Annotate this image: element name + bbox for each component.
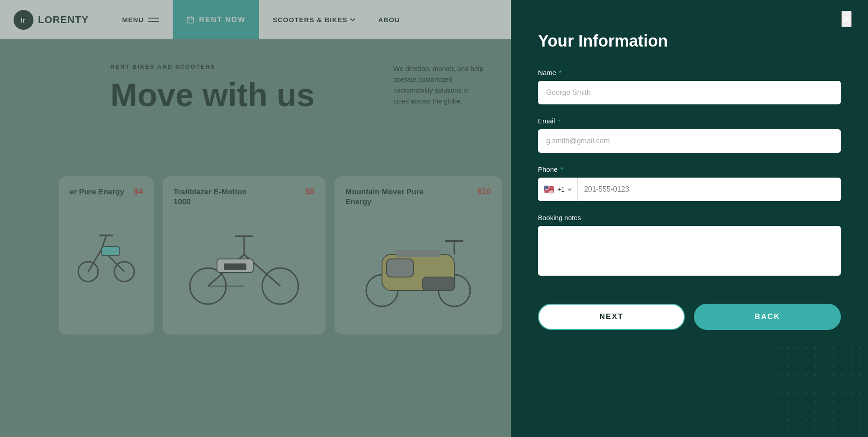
phone-form-group: Phone * 🇺🇸 +1 — [538, 165, 841, 201]
notes-label: Booking notes — [538, 214, 841, 221]
svg-rect-38 — [778, 347, 868, 437]
phone-country-code: +1 — [557, 186, 565, 193]
phone-country-selector[interactable]: 🇺🇸 +1 — [538, 178, 578, 201]
button-row: NEXT BACK — [538, 304, 841, 330]
name-input[interactable] — [538, 81, 841, 104]
email-required: * — [556, 117, 561, 125]
email-input[interactable] — [538, 129, 841, 153]
email-label: Email * — [538, 117, 841, 125]
phone-label: Phone * — [538, 165, 841, 173]
email-form-group: Email * — [538, 117, 841, 153]
name-required: * — [557, 69, 561, 76]
name-label: Name * — [538, 69, 841, 76]
notes-textarea[interactable] — [538, 226, 841, 276]
phone-required: * — [558, 165, 563, 173]
phone-dropdown-icon — [567, 188, 572, 191]
back-button[interactable]: BACK — [694, 304, 841, 330]
panel-title: Your Information — [538, 32, 841, 51]
next-button[interactable]: NEXT — [538, 304, 685, 330]
close-button[interactable]: × — [841, 11, 852, 27]
notes-form-group: Booking notes — [538, 214, 841, 277]
decorative-dots — [778, 347, 868, 437]
side-panel: × Your Information Name * Email * Phone … — [511, 0, 868, 437]
name-form-group: Name * — [538, 69, 841, 104]
phone-wrapper: 🇺🇸 +1 — [538, 178, 841, 201]
phone-input[interactable] — [578, 178, 841, 201]
flag-emoji: 🇺🇸 — [543, 184, 555, 195]
